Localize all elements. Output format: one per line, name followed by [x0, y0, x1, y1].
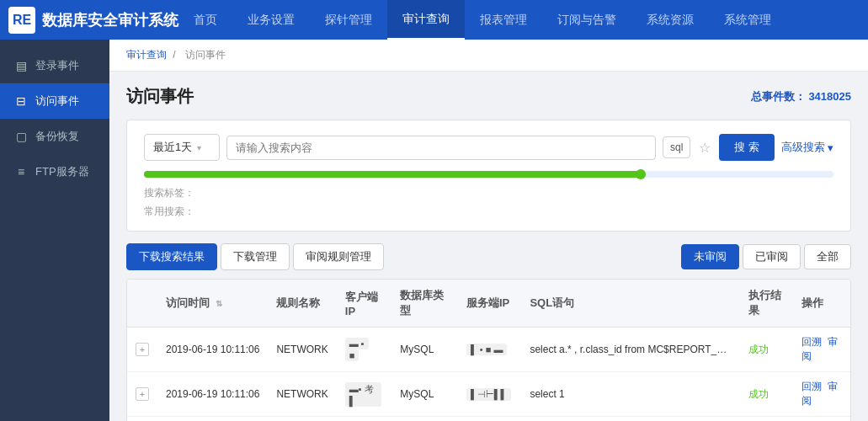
- nav-business[interactable]: 业务设置: [232, 0, 310, 40]
- sidebar: ▤ 登录事件 ⊟ 访问事件 ▢ 备份恢复 ≡ FTP服务器: [0, 40, 109, 421]
- ftp-icon: ≡: [13, 164, 29, 179]
- ops-cell: 回溯 审阅: [793, 328, 850, 372]
- review-link[interactable]: 回溯: [801, 336, 822, 348]
- expand-button[interactable]: +: [136, 387, 149, 401]
- search-row: 最近1天 ▾ sql ☆ 搜 索 高级搜索 ▾: [144, 134, 833, 161]
- page-header: 访问事件 总事件数： 3418025: [126, 85, 851, 108]
- backup-icon: ▢: [13, 129, 29, 144]
- nav-system[interactable]: 系统管理: [709, 0, 786, 40]
- breadcrumb-separator: /: [173, 49, 178, 61]
- sidebar-access-label: 访问事件: [35, 93, 79, 109]
- client-ip-cell: ▬ ▪■: [337, 417, 392, 421]
- client-ip-cell: ▬ ▪■: [337, 328, 392, 372]
- sidebar-item-ftp[interactable]: ≡ FTP服务器: [0, 154, 109, 189]
- events-table: 访问时间 ⇅ 规则名称 客户端IP 数据库类型 服务端IP SQL语句 执行结果…: [127, 280, 850, 421]
- review-manage-button[interactable]: 审阅规则管理: [293, 243, 384, 270]
- result-cell: 成功: [740, 328, 792, 372]
- col-result: 执行结果: [740, 280, 792, 328]
- status-badge: 成功: [748, 344, 769, 355]
- progress-fill: [144, 171, 641, 178]
- db-type-cell: MySQL: [391, 372, 458, 417]
- sql-cell: select a.* , r.class_id from MC$REPORT_S…: [521, 328, 740, 372]
- breadcrumb: 审计查询 / 访问事件: [109, 40, 868, 72]
- advanced-search-button[interactable]: 高级搜索 ▾: [781, 140, 833, 155]
- tab-unreviewed[interactable]: 未审阅: [681, 244, 739, 269]
- time-cell: 2019-06-19 10:11:06: [157, 328, 268, 372]
- col-rule: 规则名称: [268, 280, 336, 328]
- rule-cell: NETWORK: [268, 417, 336, 421]
- app-title: 数据库安全审计系统: [42, 10, 178, 30]
- access-event-icon: ⊟: [13, 93, 29, 109]
- action-toolbar: 下载搜索结果 下载管理 审阅规则管理 未审阅 已审阅 全部: [126, 243, 851, 270]
- server-ip-cell: ▌ • ■ ▬: [458, 328, 521, 372]
- table-header: 访问时间 ⇅ 规则名称 客户端IP 数据库类型 服务端IP SQL语句 执行结果…: [127, 280, 850, 328]
- col-ops: 操作: [793, 280, 850, 328]
- progress-dot: [636, 169, 646, 179]
- date-select[interactable]: 最近1天 ▾: [144, 134, 220, 161]
- sidebar-item-login[interactable]: ▤ 登录事件: [0, 48, 109, 83]
- expand-cell: +: [127, 328, 157, 372]
- sidebar-ftp-label: FTP服务器: [35, 164, 89, 179]
- db-type-cell: MySQL: [391, 328, 458, 372]
- nav-subscription[interactable]: 订阅与告警: [542, 0, 631, 40]
- sidebar-login-label: 登录事件: [35, 58, 79, 73]
- nav-home[interactable]: 首页: [178, 0, 232, 40]
- time-cell: 2019-06-19 10:11:05: [157, 417, 268, 421]
- col-expand: [127, 280, 157, 328]
- sql-cell: select regist_date from mc$rule_license_…: [521, 417, 740, 421]
- col-db-type: 数据库类型: [391, 280, 458, 328]
- logo-area: RE 数据库安全审计系统: [8, 7, 178, 34]
- sort-icon: ⇅: [216, 299, 222, 308]
- client-ip-cell: ▬▪ 考 ▌: [337, 372, 392, 417]
- main-layout: ▤ 登录事件 ⊟ 访问事件 ▢ 备份恢复 ≡ FTP服务器 审计查询 / 访问事…: [0, 40, 868, 421]
- search-input[interactable]: [226, 136, 656, 160]
- expand-button[interactable]: +: [136, 343, 149, 356]
- total-number[interactable]: 3418025: [808, 90, 851, 103]
- sidebar-item-backup[interactable]: ▢ 备份恢复: [0, 119, 109, 154]
- download-results-button[interactable]: 下载搜索结果: [126, 243, 217, 270]
- server-ip-cell: ▌ • ■ ▬: [458, 417, 521, 421]
- main-content: 审计查询 / 访问事件 访问事件 总事件数： 3418025 最近1天 ▾: [109, 40, 868, 421]
- data-table: 访问时间 ⇅ 规则名称 客户端IP 数据库类型 服务端IP SQL语句 执行结果…: [126, 279, 851, 421]
- result-cell: 成功: [740, 372, 792, 417]
- expand-cell: +: [127, 417, 157, 421]
- nav-items: 首页 业务设置 探针管理 审计查询 报表管理 订阅与告警 系统资源 系统管理: [178, 0, 868, 40]
- table-row: + 2019-06-19 10:11:06 NETWORK ▬▪ 考 ▌ MyS…: [127, 372, 850, 417]
- result-cell: 成功: [740, 417, 792, 421]
- total-label: 总事件数：: [751, 90, 806, 103]
- nav-resources[interactable]: 系统资源: [631, 0, 709, 40]
- rule-cell: NETWORK: [268, 328, 336, 372]
- search-progress-bar: [144, 171, 833, 178]
- breadcrumb-audit[interactable]: 审计查询: [126, 49, 167, 61]
- server-ip-cell: ▌⊣⊢▌▌: [458, 372, 521, 417]
- download-manage-button[interactable]: 下载管理: [221, 243, 290, 270]
- nav-report[interactable]: 报表管理: [465, 0, 542, 40]
- action-right: 未审阅 已审阅 全部: [681, 244, 851, 269]
- col-time[interactable]: 访问时间 ⇅: [157, 280, 268, 328]
- sidebar-item-access[interactable]: ⊟ 访问事件: [0, 83, 109, 119]
- advanced-label: 高级搜索: [781, 140, 825, 155]
- table-body: + 2019-06-19 10:11:06 NETWORK ▬ ▪■ MySQL…: [127, 328, 850, 421]
- nav-audit[interactable]: 审计查询: [387, 0, 465, 40]
- login-event-icon: ▤: [13, 58, 29, 73]
- tab-reviewed[interactable]: 已审阅: [743, 244, 801, 269]
- dropdown-chevron-icon: ▾: [197, 143, 201, 152]
- col-sql: SQL语句: [521, 280, 740, 328]
- search-area: 最近1天 ▾ sql ☆ 搜 索 高级搜索 ▾: [126, 120, 851, 232]
- sql-button[interactable]: sql: [663, 136, 690, 158]
- common-search-label: 常用搜索：: [144, 203, 833, 221]
- tab-all[interactable]: 全部: [804, 244, 851, 269]
- logo-icon: RE: [8, 7, 35, 34]
- search-tags: 搜索标签： 常用搜索：: [144, 184, 833, 221]
- favorite-star-icon[interactable]: ☆: [697, 140, 712, 156]
- review-link[interactable]: 回溯: [801, 381, 822, 392]
- nav-probe[interactable]: 探针管理: [310, 0, 387, 40]
- top-navigation: RE 数据库安全审计系统 首页 业务设置 探针管理 审计查询 报表管理 订阅与告…: [0, 0, 868, 40]
- status-badge: 成功: [748, 388, 769, 400]
- db-type-cell: MySQL: [391, 417, 458, 421]
- advanced-chevron-icon: ▾: [828, 141, 833, 154]
- date-select-label: 最近1天: [153, 140, 192, 155]
- breadcrumb-current: 访问事件: [185, 49, 226, 61]
- search-button[interactable]: 搜 索: [719, 134, 775, 161]
- rule-cell: NETWORK: [268, 372, 336, 417]
